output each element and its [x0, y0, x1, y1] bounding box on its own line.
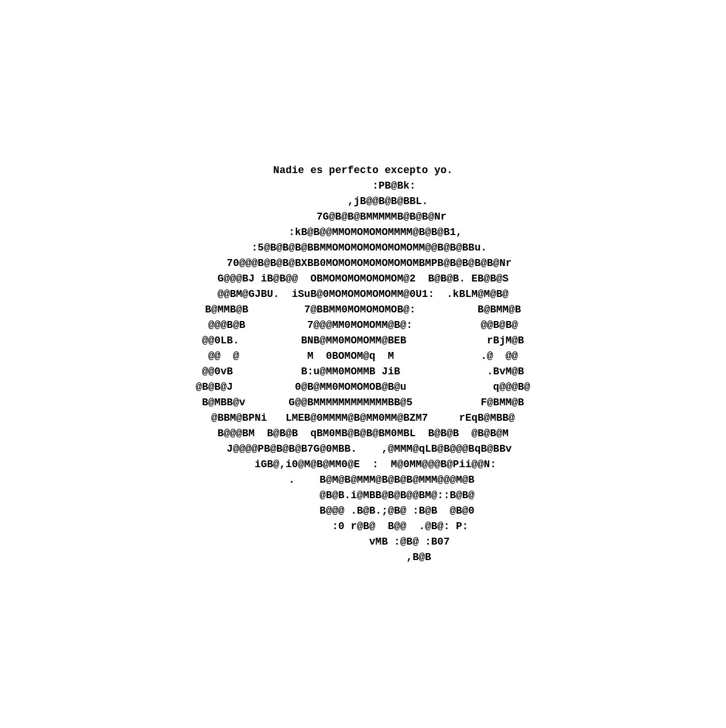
- art-container: Nadie es perfecto excepto yo. :PB@Bk: ,j…: [0, 140, 726, 588]
- ascii-art: Nadie es perfecto excepto yo. :PB@Bk: ,j…: [196, 163, 530, 565]
